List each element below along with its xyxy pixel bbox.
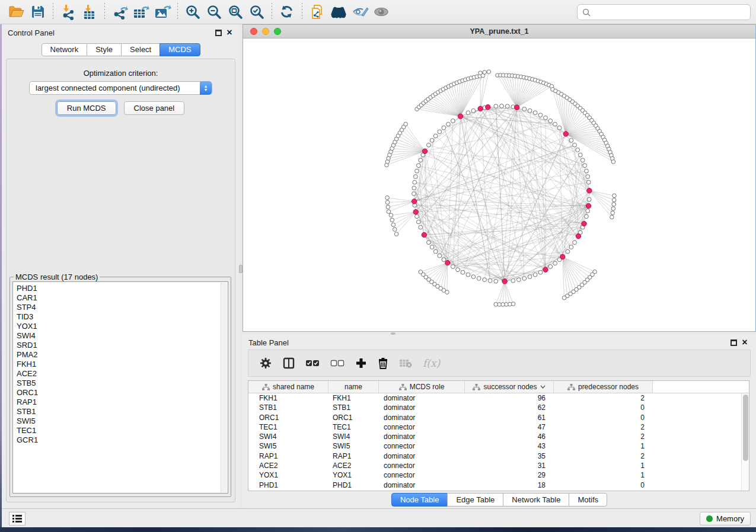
select-stepper-icon: ▲▼ bbox=[200, 81, 212, 95]
list-item[interactable]: STB5 bbox=[13, 379, 228, 388]
first-neighbors-icon[interactable] bbox=[328, 2, 349, 21]
zoom-selected-icon[interactable] bbox=[246, 2, 267, 21]
control-panel: Control Panel × Network Style Select MCD… bbox=[2, 24, 240, 508]
list-item[interactable]: STB1 bbox=[13, 407, 228, 416]
table-tabs: Node Table Edge Table Network Table Moti… bbox=[243, 493, 756, 507]
mcds-result-title: MCDS result (17 nodes) bbox=[14, 273, 100, 281]
table-toolbar: f(x) bbox=[248, 350, 751, 377]
list-item[interactable]: SWI5 bbox=[13, 416, 228, 426]
create-column-icon[interactable] bbox=[355, 357, 367, 369]
network-canvas[interactable] bbox=[243, 39, 755, 331]
search-box bbox=[577, 4, 751, 20]
table-row[interactable]: SWI4SWI4dominator462 bbox=[248, 432, 749, 441]
tab-network[interactable]: Network bbox=[41, 43, 87, 56]
table-row[interactable]: PHD1PHD1dominator180 bbox=[248, 480, 749, 490]
list-item[interactable]: FKH1 bbox=[13, 360, 228, 369]
list-item[interactable]: TEC1 bbox=[13, 426, 228, 435]
zoom-fit-icon[interactable] bbox=[225, 2, 246, 21]
duplicate-network-icon[interactable] bbox=[307, 2, 328, 21]
optimization-criterion-label: Optimization criterion: bbox=[7, 69, 235, 78]
list-item[interactable]: STP4 bbox=[13, 303, 228, 312]
open-file-icon[interactable] bbox=[6, 2, 27, 21]
delete-columns-icon[interactable] bbox=[378, 357, 388, 370]
list-icon bbox=[12, 515, 22, 523]
show-columns-icon[interactable] bbox=[283, 357, 295, 369]
tab-select[interactable]: Select bbox=[121, 43, 160, 56]
list-item[interactable]: PHD1 bbox=[13, 282, 228, 293]
table-row[interactable]: ACE2ACE2connector311 bbox=[248, 461, 749, 470]
float-panel-button[interactable] bbox=[215, 30, 222, 36]
delete-table-icon[interactable] bbox=[399, 358, 412, 368]
close-panel-button[interactable]: × bbox=[225, 27, 234, 39]
run-mcds-button[interactable]: Run MCDS bbox=[57, 101, 116, 115]
search-icon bbox=[582, 8, 591, 17]
table-row[interactable]: ORC1ORC1dominator610 bbox=[248, 413, 749, 422]
tab-network-table[interactable]: Network Table bbox=[503, 493, 569, 507]
optimization-criterion-value: largest connected component (undirected) bbox=[36, 84, 180, 92]
toolbar-separator bbox=[53, 3, 53, 21]
list-item[interactable]: SRD1 bbox=[13, 341, 228, 350]
save-session-icon[interactable] bbox=[27, 2, 49, 21]
splitter-handle[interactable] bbox=[391, 332, 395, 335]
table-scrollbar-thumb[interactable] bbox=[743, 395, 748, 461]
column-header-successor-nodes[interactable]: successor nodes bbox=[465, 381, 554, 393]
show-all-icon[interactable] bbox=[371, 2, 392, 21]
table-row[interactable]: SWI5SWI5connector431 bbox=[248, 441, 749, 451]
sort-descending-icon bbox=[540, 385, 546, 389]
list-item[interactable]: YOX1 bbox=[13, 322, 228, 331]
task-history-button[interactable] bbox=[9, 512, 25, 525]
network-window-titlebar: YPA_prune.txt_1 bbox=[243, 25, 755, 39]
list-item[interactable]: SWI4 bbox=[13, 331, 228, 341]
node-table: shared name name MCDS role successor nod… bbox=[248, 380, 749, 491]
tab-edge-table[interactable]: Edge Table bbox=[447, 493, 503, 507]
float-table-panel-button[interactable] bbox=[731, 339, 737, 346]
deselect-all-checkbox-icon[interactable] bbox=[330, 359, 344, 367]
column-header-mcds-role[interactable]: MCDS role bbox=[379, 381, 465, 393]
export-image-icon[interactable] bbox=[152, 2, 173, 21]
table-row[interactable]: RAP1RAP1dominator352 bbox=[248, 451, 749, 461]
column-header-predecessor-nodes[interactable]: predecessor nodes bbox=[554, 381, 653, 393]
list-item[interactable]: ACE2 bbox=[13, 369, 228, 379]
list-item[interactable]: TID3 bbox=[13, 312, 228, 322]
list-item[interactable]: RAP1 bbox=[13, 398, 228, 407]
import-network-icon[interactable] bbox=[58, 2, 79, 21]
table-row[interactable]: STB1STB1dominator620 bbox=[248, 403, 749, 412]
close-panel-button-mcds[interactable]: Close panel bbox=[124, 101, 185, 115]
list-item[interactable]: PMA2 bbox=[13, 350, 228, 360]
list-item[interactable]: CAR1 bbox=[13, 293, 228, 303]
export-network-icon[interactable] bbox=[109, 2, 130, 21]
sitemap-icon bbox=[399, 384, 407, 390]
list-item[interactable]: ORC1 bbox=[13, 388, 228, 398]
select-all-checkbox-icon[interactable] bbox=[305, 359, 320, 367]
export-table-icon[interactable] bbox=[130, 2, 152, 21]
table-options-icon[interactable] bbox=[259, 357, 272, 370]
memory-button[interactable]: Memory bbox=[700, 512, 751, 525]
header-filler bbox=[653, 381, 749, 393]
optimization-criterion-select[interactable]: largest connected component (undirected)… bbox=[29, 81, 212, 95]
table-row[interactable]: TEC1TEC1connector472 bbox=[248, 422, 749, 432]
tab-node-table[interactable]: Node Table bbox=[391, 493, 448, 507]
hide-selected-icon[interactable] bbox=[349, 2, 371, 21]
column-header-shared-name[interactable]: shared name bbox=[248, 381, 328, 393]
table-row[interactable]: FKH1FKH1dominator962 bbox=[248, 393, 749, 403]
status-bar: Memory bbox=[2, 508, 756, 527]
list-item[interactable]: GCR1 bbox=[13, 435, 228, 445]
network-graph[interactable] bbox=[243, 39, 755, 331]
table-row[interactable]: YOX1YOX1connector291 bbox=[248, 470, 749, 480]
zoom-in-icon[interactable] bbox=[182, 2, 203, 21]
tab-motifs[interactable]: Motifs bbox=[569, 493, 607, 507]
search-input[interactable] bbox=[594, 8, 750, 17]
zoom-out-icon[interactable] bbox=[203, 2, 225, 21]
tab-mcds[interactable]: MCDS bbox=[160, 43, 200, 56]
table-panel-titlebar: Table Panel × bbox=[243, 335, 756, 350]
column-header-name[interactable]: name bbox=[328, 381, 379, 393]
function-builder-icon[interactable]: f(x) bbox=[423, 357, 440, 369]
close-table-panel-button[interactable]: × bbox=[740, 336, 749, 348]
refresh-view-icon[interactable] bbox=[276, 2, 298, 21]
import-table-icon[interactable] bbox=[79, 2, 100, 21]
table-scrollbar[interactable] bbox=[741, 393, 749, 491]
toolbar-separator bbox=[302, 3, 302, 21]
tab-style[interactable]: Style bbox=[87, 43, 122, 56]
list-scrollbar[interactable] bbox=[221, 283, 227, 492]
toolbar-separator bbox=[272, 3, 272, 21]
